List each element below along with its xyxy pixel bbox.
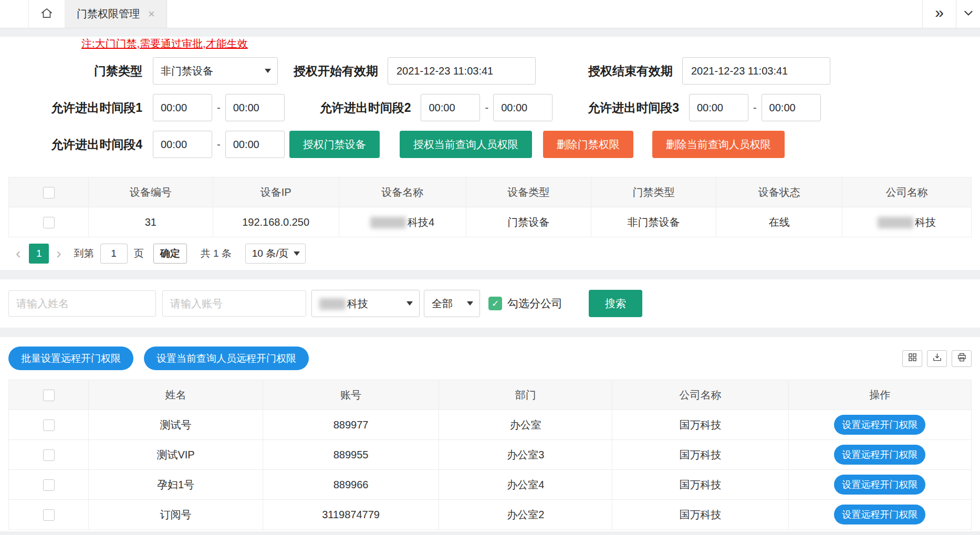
authorize-device-button[interactable]: 授权门禁设备	[289, 131, 380, 158]
col-department: 部门	[439, 380, 612, 410]
row-checkbox[interactable]	[43, 509, 55, 521]
home-icon	[40, 6, 54, 22]
col-device-id: 设备编号	[89, 177, 213, 207]
set-remote-door-permission-button[interactable]: 设置远程开门权限	[834, 445, 925, 465]
total-count-label: 共 1 条	[201, 247, 232, 260]
row-checkbox[interactable]	[43, 479, 55, 491]
set-remote-door-permission-button[interactable]: 设置远程开门权限	[834, 505, 925, 524]
col-access-type: 门禁类型	[591, 177, 716, 207]
censored-text	[878, 217, 913, 228]
print-icon	[957, 353, 966, 364]
company-select[interactable]: 科技	[311, 290, 420, 317]
next-page-icon[interactable]: ›	[56, 246, 61, 261]
person-table: 姓名 账号 部门 公司名称 操作 测试号 889977 办公室 国万科技 设置远…	[8, 380, 972, 530]
person-toolbar: 批量设置远程开门权限 设置当前查询人员远程开门权限	[0, 347, 980, 370]
device-table-row: 31 192.168.0.250 科技4 门禁设备 非门禁设备 在线 科技	[9, 207, 972, 237]
tab-label: 门禁权限管理	[77, 7, 140, 21]
device-table-pagination: ‹ 1 › 到第 页 确定 共 1 条 10 条/页	[8, 244, 972, 264]
search-button[interactable]: 搜索	[589, 290, 642, 317]
row-checkbox[interactable]	[43, 419, 55, 431]
name-cell: 订阅号	[89, 500, 263, 530]
delete-access-permission-button[interactable]: 删除门禁权限	[543, 131, 633, 158]
expand-tabs-button[interactable]: »	[922, 0, 956, 28]
device-name-cell: 科技4	[339, 207, 466, 237]
person-table-row: 订阅号 3119874779 办公室2 国万科技 设置远程开门权限	[9, 500, 972, 530]
device-status-cell: 在线	[716, 207, 842, 237]
company-cell: 国万科技	[612, 470, 788, 500]
set-remote-door-permission-button[interactable]: 设置远程开门权限	[834, 475, 925, 495]
form-row-1: 门禁类型 非门禁设备 授权开始有效期 授权结束有效期	[0, 57, 980, 85]
person-table-row: 孕妇1号 889966 办公室4 国万科技 设置远程开门权限	[9, 470, 972, 500]
scope-select[interactable]: 全部	[424, 290, 480, 317]
time-range-dash: -	[485, 102, 488, 114]
auth-start-input[interactable]	[388, 57, 536, 85]
columns-toggle-button[interactable]	[902, 350, 922, 367]
scope-select-value: 全部	[432, 297, 453, 311]
export-icon	[933, 353, 942, 364]
approval-note: 注:大门门禁,需要通过审批,才能生效	[81, 37, 980, 51]
goto-page-label: 到第	[74, 247, 94, 260]
current-persons-remote-door-permission-button[interactable]: 设置当前查询人员远程开门权限	[144, 347, 309, 370]
account-cell: 3119874779	[263, 500, 439, 530]
person-table-row: 测试VIP 889955 办公室3 国万科技 设置远程开门权限	[9, 440, 972, 470]
chevron-down-icon	[963, 7, 974, 21]
period3-end-input[interactable]	[762, 94, 821, 121]
delete-current-persons-permission-button[interactable]: 删除当前查询人员权限	[652, 131, 785, 158]
tab-menu-button[interactable]	[956, 0, 980, 28]
page-size-value: 10 条/页	[252, 247, 289, 260]
account-cell: 889966	[263, 470, 439, 500]
period4-start-input[interactable]	[153, 131, 212, 158]
page-size-select[interactable]: 10 条/页	[245, 244, 306, 264]
period3-start-input[interactable]	[689, 94, 748, 121]
device-table: 设备编号 设备IP 设备名称 设备类型 门禁类型 设备状态 公司名称 31 19…	[8, 177, 972, 237]
row-checkbox[interactable]	[43, 449, 55, 461]
batch-remote-door-permission-button[interactable]: 批量设置远程开门权限	[8, 347, 133, 370]
prev-page-icon[interactable]: ‹	[16, 246, 20, 261]
access-type-select[interactable]: 非门禁设备	[153, 57, 278, 85]
account-search-input[interactable]	[162, 290, 306, 317]
company-name-cell: 科技	[842, 207, 972, 237]
period4-end-input[interactable]	[225, 131, 285, 158]
set-remote-door-permission-button[interactable]: 设置远程开门权限	[834, 415, 925, 435]
columns-icon	[908, 353, 917, 364]
name-search-input[interactable]	[8, 290, 156, 317]
tab-access-permission[interactable]: 门禁权限管理 ×	[65, 0, 167, 28]
period1-end-input[interactable]	[225, 94, 285, 121]
authorize-current-persons-button[interactable]: 授权当前查询人员权限	[400, 131, 532, 158]
department-cell: 办公室	[439, 410, 612, 440]
device-type-cell: 门禁设备	[466, 207, 591, 237]
export-button[interactable]	[927, 350, 947, 367]
page-1-button[interactable]: 1	[29, 244, 49, 264]
branch-checkbox[interactable]: ✓	[488, 297, 502, 310]
account-cell: 889955	[263, 440, 439, 470]
name-cell: 孕妇1号	[89, 470, 263, 500]
auth-start-label: 授权开始有效期	[294, 63, 378, 79]
table-tools	[902, 350, 972, 367]
close-icon[interactable]: ×	[148, 8, 155, 20]
form-row-3: 允许进出时间段4 - 授权门禁设备 授权当前查询人员权限 删除门禁权限 删除当前…	[0, 131, 980, 158]
goto-confirm-button[interactable]: 确定	[153, 244, 187, 264]
print-button[interactable]	[952, 350, 972, 367]
person-table-wrap: 姓名 账号 部门 公司名称 操作 测试号 889977 办公室 国万科技 设置远…	[0, 380, 980, 530]
period4-label: 允许进出时间段4	[8, 137, 142, 153]
access-type-cell: 非门禁设备	[591, 207, 716, 237]
person-panel: 批量设置远程开门权限 设置当前查询人员远程开门权限	[0, 337, 980, 531]
chevron-down-icon	[406, 301, 413, 306]
home-button[interactable]	[28, 0, 65, 28]
period1-start-input[interactable]	[153, 94, 212, 121]
select-all-checkbox[interactable]	[43, 187, 55, 198]
select-all-checkbox[interactable]	[43, 390, 55, 401]
goto-page-input[interactable]	[100, 244, 128, 264]
period2-end-input[interactable]	[493, 94, 552, 121]
auth-end-label: 授权结束有效期	[588, 63, 673, 79]
row-checkbox[interactable]	[43, 217, 55, 228]
censored-text	[319, 298, 346, 310]
company-cell: 国万科技	[612, 500, 788, 530]
col-company-name: 公司名称	[842, 177, 972, 207]
person-table-header-row: 姓名 账号 部门 公司名称 操作	[9, 380, 972, 410]
chevron-down-icon	[265, 69, 271, 73]
period2-start-input[interactable]	[421, 94, 480, 121]
chevron-down-icon	[294, 251, 300, 256]
auth-end-input[interactable]	[682, 57, 830, 85]
account-cell: 889977	[263, 410, 439, 440]
